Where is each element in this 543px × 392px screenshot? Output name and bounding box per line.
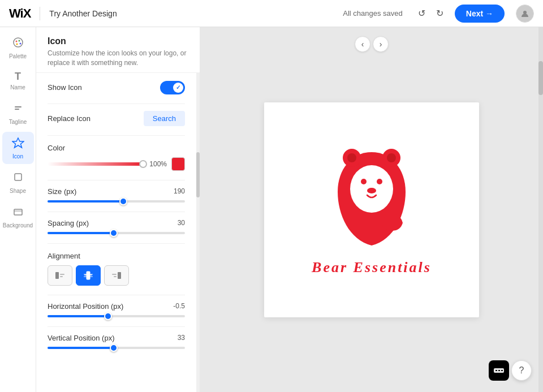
spacing-slider-thumb[interactable] bbox=[110, 229, 118, 237]
svg-point-5 bbox=[16, 44, 18, 45]
svg-rect-13 bbox=[60, 276, 63, 277]
size-slider-thumb[interactable] bbox=[119, 197, 127, 205]
show-icon-row: Show Icon bbox=[48, 81, 185, 94]
v-position-value: 33 bbox=[178, 334, 185, 342]
sidebar-item-palette[interactable]: Palette bbox=[2, 32, 34, 64]
name-icon: T bbox=[15, 71, 21, 83]
changes-saved-status: All changes saved bbox=[343, 9, 403, 18]
align-left-button[interactable] bbox=[48, 265, 72, 286]
show-icon-label: Show Icon bbox=[48, 83, 82, 92]
sidebar-item-shape[interactable]: Shape bbox=[2, 166, 34, 199]
bear-logo-svg bbox=[321, 141, 423, 254]
color-swatch[interactable] bbox=[171, 157, 185, 171]
svg-point-26 bbox=[361, 179, 367, 184]
help-button[interactable]: ? bbox=[511, 360, 532, 381]
undo-button[interactable]: ↺ bbox=[414, 6, 430, 21]
search-button[interactable]: Search bbox=[144, 111, 185, 126]
svg-rect-11 bbox=[55, 272, 59, 279]
v-position-slider-thumb[interactable] bbox=[110, 344, 118, 352]
spacing-section: Spacing (px) 30 bbox=[48, 219, 185, 234]
wix-app-button[interactable] bbox=[489, 360, 509, 381]
v-position-section: Vertical Position (px) 33 bbox=[48, 334, 185, 349]
alignment-buttons bbox=[48, 265, 185, 286]
icon-panel: Icon Customize how the icon looks on you… bbox=[36, 27, 200, 392]
color-slider-track[interactable] bbox=[48, 162, 143, 166]
spacing-slider-track[interactable] bbox=[48, 232, 185, 234]
svg-rect-10 bbox=[14, 209, 22, 215]
canvas-scrollbar-thumb[interactable] bbox=[538, 61, 543, 95]
size-slider-fill bbox=[48, 200, 123, 203]
canvas-next-button[interactable]: › bbox=[373, 36, 389, 52]
color-section: Color 100% bbox=[48, 143, 185, 171]
svg-point-28 bbox=[367, 188, 376, 193]
undo-redo-group: ↺ ↻ bbox=[414, 6, 448, 21]
svg-point-2 bbox=[15, 41, 17, 42]
divider-4 bbox=[48, 212, 185, 212]
wix-logo: WiX bbox=[9, 6, 31, 21]
svg-rect-34 bbox=[498, 370, 500, 371]
svg-rect-17 bbox=[84, 274, 93, 275]
v-position-slider-track[interactable] bbox=[48, 347, 185, 349]
svg-rect-22 bbox=[114, 276, 117, 277]
shape-icon bbox=[12, 171, 24, 186]
spacing-slider-fill bbox=[48, 232, 114, 234]
panel-description: Customize how the icon looks on your log… bbox=[48, 49, 188, 68]
svg-rect-14 bbox=[87, 272, 90, 279]
logo-preview-card: Bear Essentials bbox=[264, 102, 479, 317]
logo-brand-text: Bear Essentials bbox=[292, 256, 451, 279]
v-position-label: Vertical Position (px) bbox=[48, 334, 115, 342]
align-center-button[interactable] bbox=[76, 265, 101, 286]
divider-1 bbox=[48, 104, 185, 104]
svg-point-30 bbox=[387, 153, 396, 162]
size-value: 190 bbox=[174, 187, 185, 195]
canvas-prev-button[interactable]: ‹ bbox=[355, 36, 370, 52]
h-position-slider-thumb[interactable] bbox=[104, 312, 112, 320]
palette-icon bbox=[12, 36, 24, 51]
sidebar-item-name[interactable]: T Name bbox=[2, 66, 34, 95]
svg-rect-33 bbox=[495, 370, 497, 371]
shape-label: Shape bbox=[10, 188, 26, 194]
svg-rect-12 bbox=[60, 274, 64, 275]
svg-text:Bear Essentials: Bear Essentials bbox=[311, 259, 432, 275]
color-percent: 100% bbox=[148, 160, 167, 168]
sidebar-item-tagline[interactable]: Tagline bbox=[2, 97, 34, 130]
align-right-button[interactable] bbox=[104, 265, 129, 286]
svg-rect-6 bbox=[15, 106, 21, 107]
try-another-design: Try Another Design bbox=[49, 9, 117, 18]
h-position-label: Horizontal Position (px) bbox=[48, 302, 123, 311]
svg-rect-21 bbox=[112, 274, 117, 275]
h-position-slider-fill bbox=[48, 315, 108, 317]
panel-header: Icon Customize how the icon looks on you… bbox=[36, 27, 200, 73]
panel-scrollbar[interactable] bbox=[196, 73, 200, 392]
header-divider bbox=[40, 7, 40, 20]
sidebar-item-icon[interactable]: Icon bbox=[2, 132, 34, 164]
divider-6 bbox=[48, 295, 185, 295]
show-icon-toggle[interactable] bbox=[160, 81, 185, 94]
size-section: Size (px) 190 bbox=[48, 187, 185, 203]
canvas-scrollbar[interactable] bbox=[538, 27, 543, 392]
alignment-label: Alignment bbox=[48, 252, 80, 260]
color-label: Color bbox=[48, 144, 65, 152]
v-position-slider-fill bbox=[48, 347, 114, 349]
tagline-icon bbox=[12, 102, 24, 117]
next-button[interactable]: Next → bbox=[455, 5, 505, 23]
svg-rect-7 bbox=[15, 109, 19, 110]
sidebar-item-background[interactable]: Background bbox=[2, 201, 34, 233]
size-slider-track[interactable] bbox=[48, 200, 185, 203]
panel-scrollbar-thumb[interactable] bbox=[196, 152, 200, 197]
svg-point-27 bbox=[377, 179, 382, 184]
name-label: Name bbox=[10, 84, 25, 91]
user-avatar[interactable] bbox=[516, 5, 534, 23]
icon-nav-icon bbox=[12, 136, 24, 152]
h-position-slider-track[interactable] bbox=[48, 315, 185, 317]
panel-content: Show Icon Replace Icon Search Color bbox=[36, 73, 196, 392]
svg-rect-18 bbox=[84, 276, 93, 277]
color-slider-thumb[interactable] bbox=[139, 160, 147, 168]
divider-2 bbox=[48, 135, 185, 136]
background-label: Background bbox=[3, 222, 33, 229]
background-icon bbox=[12, 205, 24, 221]
svg-marker-8 bbox=[12, 138, 24, 148]
redo-button[interactable]: ↻ bbox=[432, 6, 448, 21]
h-position-value: -0.5 bbox=[173, 302, 185, 310]
canvas-navigation: ‹ › bbox=[355, 36, 389, 52]
